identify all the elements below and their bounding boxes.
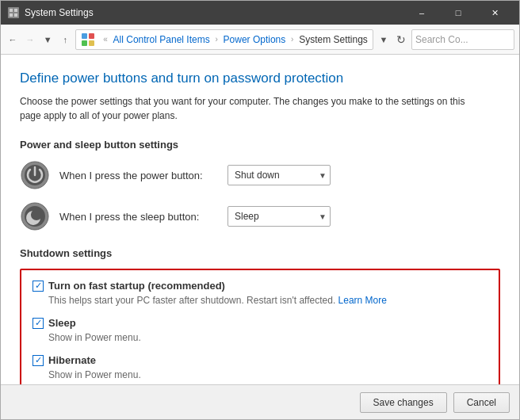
recent-pages-button[interactable]: ▼ (40, 30, 55, 49)
breadcrumb-current: System Settings (299, 34, 368, 45)
hibernate-checkmark: ✓ (35, 356, 42, 365)
svg-rect-5 (82, 33, 87, 39)
sleep-row: ✓ Sleep (32, 317, 488, 329)
svg-rect-1 (10, 9, 13, 12)
system-settings-window: System Settings – □ ✕ ← → ▼ ↑ « All Cont… (0, 0, 520, 420)
save-changes-button[interactable]: Save changes (360, 392, 447, 413)
svg-rect-7 (82, 40, 87, 46)
shutdown-section: Shutdown settings ✓ Turn on fast startup… (20, 247, 500, 384)
window-controls: – □ ✕ (403, 1, 513, 25)
sleep-button-select[interactable]: Sleep Shut down Hibernate Turn off the d… (231, 207, 327, 226)
hibernate-row: ✓ Hibernate (32, 354, 488, 366)
svg-rect-6 (89, 33, 94, 39)
control-panel-icon (81, 32, 95, 47)
window-title: System Settings (25, 7, 403, 18)
power-icon (20, 160, 50, 190)
maximize-button[interactable]: □ (440, 1, 476, 25)
search-input[interactable] (415, 34, 520, 45)
hibernate-item: ✓ Hibernate Show in Power menu. (32, 354, 488, 382)
search-box: 🔍 (411, 29, 514, 50)
shutdown-box: ✓ Turn on fast startup (recommended) Thi… (20, 269, 500, 384)
button-settings-title: Power and sleep button settings (20, 139, 500, 151)
sleep-button-dropdown[interactable]: Sleep Shut down Hibernate Turn off the d… (228, 206, 331, 227)
power-button-dropdown[interactable]: Shut down Sleep Hibernate Turn off the d… (228, 165, 331, 185)
sleep-name: Sleep (48, 317, 76, 329)
sleep-button-row: When I press the sleep button: Sleep Shu… (20, 201, 500, 231)
shutdown-section-title: Shutdown settings (20, 247, 500, 259)
power-button-row: When I press the power button: Shut down… (20, 160, 500, 190)
back-button[interactable]: ← (6, 30, 20, 49)
breadcrumb-sep-1: › (213, 35, 220, 44)
svg-rect-2 (14, 9, 17, 12)
breadcrumb-item-0[interactable]: All Control Panel Items (113, 34, 210, 45)
sleep-item: ✓ Sleep Show in Power menu. (32, 317, 488, 345)
svg-rect-8 (89, 40, 94, 46)
hibernate-checkbox[interactable]: ✓ (32, 355, 44, 366)
page-title: Define power buttons and turn on passwor… (20, 71, 500, 86)
window-icon (7, 6, 20, 19)
fast-startup-checkbox[interactable]: ✓ (32, 281, 44, 292)
fast-startup-checkmark: ✓ (35, 281, 42, 290)
up-button[interactable]: ↑ (58, 30, 72, 49)
address-dropdown-button[interactable]: ▼ (377, 30, 391, 49)
breadcrumb-sep-0: « (103, 35, 109, 44)
sleep-icon (20, 201, 50, 231)
breadcrumb-sep-2: › (289, 35, 296, 44)
minimize-button[interactable]: – (403, 1, 440, 25)
hibernate-desc: Show in Power menu. (32, 368, 488, 382)
hibernate-name: Hibernate (48, 354, 96, 366)
sleep-button-label: When I press the sleep button: (59, 211, 218, 223)
content-area: Define power buttons and turn on passwor… (1, 55, 519, 384)
breadcrumb: « All Control Panel Items › Power Option… (75, 29, 373, 50)
fast-startup-name: Turn on fast startup (recommended) (48, 280, 225, 292)
power-button-label: When I press the power button: (59, 170, 218, 181)
cancel-button[interactable]: Cancel (453, 392, 510, 413)
fast-startup-desc: This helps start your PC faster after sh… (32, 293, 488, 307)
refresh-button[interactable]: ↻ (394, 30, 408, 49)
sleep-checkbox[interactable]: ✓ (32, 318, 44, 329)
title-bar: System Settings – □ ✕ (1, 1, 519, 25)
fast-startup-row: ✓ Turn on fast startup (recommended) (32, 280, 488, 292)
close-button[interactable]: ✕ (476, 1, 513, 25)
footer: Save changes Cancel (1, 384, 519, 419)
button-settings-section: Power and sleep button settings When I p… (20, 139, 500, 231)
fast-startup-item: ✓ Turn on fast startup (recommended) Thi… (32, 280, 488, 307)
breadcrumb-item-1[interactable]: Power Options (224, 34, 286, 45)
power-button-select[interactable]: Shut down Sleep Hibernate Turn off the d… (231, 166, 327, 185)
page-description: Choose the power settings that you want … (20, 94, 480, 123)
svg-rect-3 (10, 13, 13, 17)
sleep-desc: Show in Power menu. (32, 330, 488, 345)
svg-rect-4 (14, 13, 17, 17)
learn-more-link[interactable]: Learn More (338, 295, 387, 306)
forward-button[interactable]: → (23, 30, 37, 49)
address-bar: ← → ▼ ↑ « All Control Panel Items › Powe… (1, 25, 519, 55)
sleep-checkmark: ✓ (35, 319, 42, 327)
